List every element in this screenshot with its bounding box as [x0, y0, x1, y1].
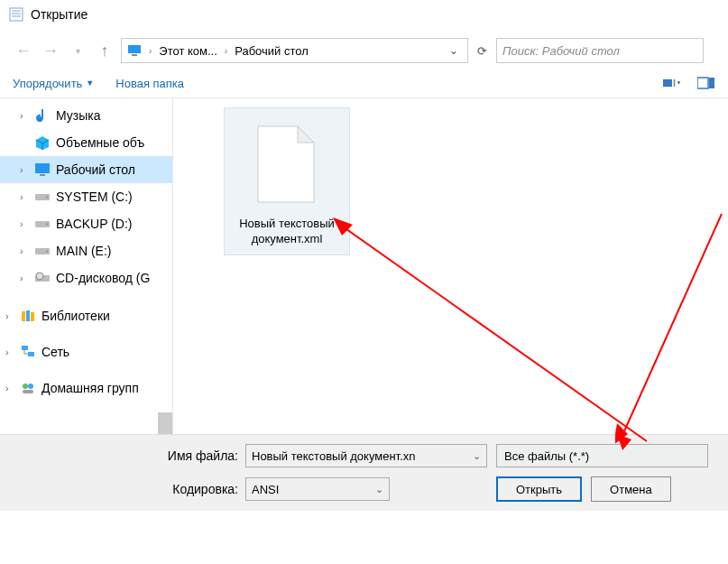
- tree-item-drive-c[interactable]: › SYSTEM (C:): [0, 183, 172, 210]
- svg-rect-10: [709, 78, 714, 88]
- scrollbar-thumb[interactable]: [158, 412, 172, 434]
- tree-group-homegroup[interactable]: › Домашняя групп: [0, 374, 172, 402]
- svg-rect-6: [663, 79, 672, 87]
- view-options[interactable]: [663, 76, 681, 90]
- tree-item-desktop[interactable]: › Рабочий стол: [0, 156, 172, 183]
- command-bar: Упорядочить ▼ Новая папка: [0, 69, 728, 98]
- chevron-right-icon: ›: [5, 383, 14, 393]
- svg-marker-8: [677, 81, 680, 84]
- breadcrumb-root[interactable]: Этот ком...: [159, 44, 217, 58]
- svg-rect-0: [10, 8, 23, 21]
- svg-point-29: [23, 384, 28, 389]
- annotation-arrow: [615, 207, 728, 450]
- svg-rect-31: [23, 390, 33, 393]
- address-dropdown[interactable]: ⌄: [446, 44, 462, 57]
- chevron-right-icon: ›: [20, 164, 29, 175]
- notepad-icon: [9, 7, 23, 22]
- annotation-arrow: [331, 216, 656, 450]
- breadcrumb-leaf[interactable]: Рабочий стол: [235, 44, 309, 58]
- organize-menu[interactable]: Упорядочить ▼: [13, 77, 94, 90]
- svg-rect-15: [40, 174, 45, 176]
- chevron-right-icon: ›: [20, 110, 29, 121]
- svg-rect-14: [35, 163, 50, 173]
- drive-icon: [34, 189, 51, 205]
- svg-point-21: [46, 251, 48, 253]
- file-list[interactable]: Новый текстовый документ.xml: [173, 98, 728, 434]
- svg-rect-4: [128, 45, 141, 53]
- cancel-button[interactable]: Отмена: [591, 476, 671, 502]
- monitor-icon: [127, 44, 142, 57]
- svg-line-34: [340, 225, 647, 441]
- chevron-down-icon[interactable]: ⌄: [473, 450, 481, 462]
- tree-item-3d[interactable]: Объемные объ: [0, 129, 172, 156]
- encoding-label: Кодировка:: [11, 482, 245, 496]
- music-icon: [34, 107, 51, 124]
- svg-rect-7: [674, 79, 676, 87]
- svg-point-23: [36, 273, 43, 280]
- chevron-down-icon[interactable]: ⌄: [375, 484, 383, 495]
- tree-item-cdrom[interactable]: › CD-дисковод (G: [0, 264, 172, 291]
- svg-point-17: [46, 197, 48, 199]
- tree-item-drive-e[interactable]: › MAIN (E:): [0, 237, 172, 264]
- svg-marker-33: [298, 126, 314, 143]
- filetype-select[interactable]: Все файлы (*.*): [496, 444, 708, 467]
- address-bar[interactable]: › Этот ком... › Рабочий стол ⌄: [121, 38, 468, 63]
- svg-rect-28: [28, 352, 34, 356]
- tree-item-drive-d[interactable]: › BACKUP (D:): [0, 210, 172, 237]
- new-folder-button[interactable]: Новая папка: [115, 77, 184, 90]
- filename-input[interactable]: Новый текстовый документ.xn ⌄: [245, 444, 487, 467]
- svg-line-36: [620, 214, 722, 441]
- svg-rect-9: [697, 78, 708, 88]
- tree-group-network[interactable]: › Сеть: [0, 338, 172, 365]
- file-icon: [254, 123, 319, 206]
- footer: Имя файла: Новый текстовый документ.xn ⌄…: [0, 434, 728, 511]
- file-name: Новый текстовый документ.xml: [228, 217, 346, 247]
- chevron-right-icon: ›: [20, 273, 29, 283]
- encoding-select[interactable]: ANSI ⌄: [245, 477, 390, 501]
- chevron-right-icon: ›: [5, 310, 14, 321]
- filename-label: Имя файла:: [11, 448, 245, 463]
- chevron-right-icon: ›: [20, 191, 29, 202]
- nav-bar: ← → ▾ ↑ › Этот ком... › Рабочий стол ⌄ ⟳…: [0, 29, 728, 69]
- nav-up[interactable]: ↑: [94, 40, 115, 61]
- cube-icon: [34, 134, 51, 151]
- svg-rect-24: [22, 311, 25, 321]
- svg-rect-26: [31, 312, 34, 321]
- window-title: Открытие: [31, 7, 88, 22]
- network-icon: [20, 344, 36, 360]
- svg-rect-25: [26, 310, 30, 321]
- svg-point-11: [37, 116, 42, 122]
- refresh-icon[interactable]: ⟳: [477, 44, 487, 58]
- open-button[interactable]: Открыть: [496, 476, 582, 502]
- tree-group-libraries[interactable]: › Библиотеки: [0, 302, 172, 329]
- chevron-right-icon: ›: [20, 218, 29, 229]
- chevron-down-icon: ▼: [86, 79, 94, 88]
- chevron-right-icon: ›: [20, 245, 29, 256]
- search-input[interactable]: Поиск: Рабочий стол: [496, 38, 704, 63]
- nav-tree: › Музыка Объемные объ › Рабочий стол › S…: [0, 98, 173, 434]
- tree-item-music[interactable]: › Музыка: [0, 102, 172, 129]
- nav-back[interactable]: ←: [13, 40, 34, 61]
- drive-icon: [34, 216, 51, 232]
- svg-point-30: [28, 384, 33, 389]
- chevron-right-icon: ›: [225, 46, 227, 56]
- chevron-right-icon: ›: [149, 46, 152, 56]
- nav-forward: →: [40, 40, 61, 61]
- preview-pane-toggle[interactable]: [697, 76, 715, 90]
- desktop-icon: [34, 162, 51, 178]
- file-item[interactable]: Новый текстовый документ.xml: [224, 107, 350, 255]
- svg-rect-5: [132, 54, 137, 56]
- disc-drive-icon: [34, 270, 51, 286]
- svg-rect-27: [22, 346, 28, 350]
- svg-point-19: [46, 224, 48, 226]
- drive-icon: [34, 243, 51, 259]
- title-bar: Открытие: [0, 0, 728, 29]
- libraries-icon: [20, 308, 36, 324]
- homegroup-icon: [20, 380, 36, 396]
- nav-recent-dropdown[interactable]: ▾: [67, 40, 88, 61]
- chevron-right-icon: ›: [5, 347, 14, 357]
